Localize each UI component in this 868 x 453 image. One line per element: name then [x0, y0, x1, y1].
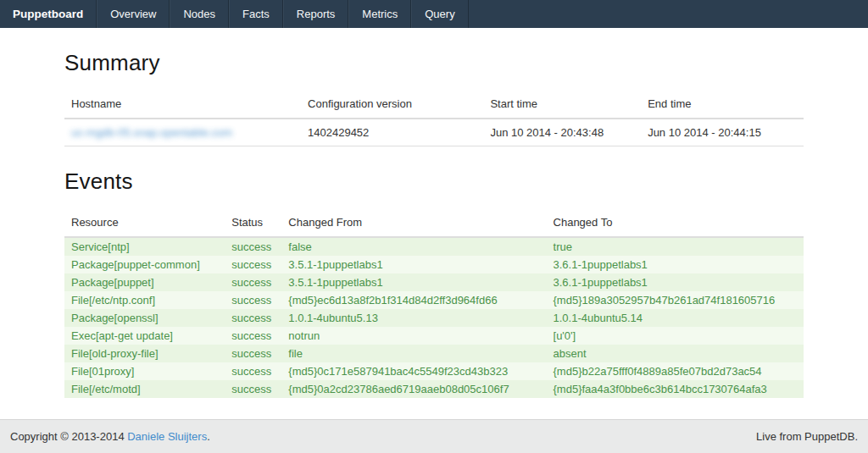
hostname-link[interactable]: uc-mgdb-05.snap.opentable.com — [71, 126, 232, 139]
event-from: {md5}0a2cd23786aed6719aaeb08d05c106f7 — [281, 380, 546, 398]
footer-copyright: Copyright © 2013-2014 Daniele Sluijters. — [10, 430, 210, 443]
event-resource: Service[ntp] — [64, 237, 225, 256]
event-to: 3.6.1-1puppetlabs1 — [547, 273, 804, 291]
nav-item-metrics[interactable]: Metrics — [348, 0, 411, 28]
event-from: 3.5.1-1puppetlabs1 — [281, 256, 546, 273]
events-table: Resource Status Changed From Changed To … — [64, 208, 804, 398]
summary-header-end-time: End time — [641, 90, 804, 119]
event-row: File[01proxy] success {md5}0c171e587941b… — [64, 362, 804, 380]
start-time-value: Jun 10 2014 - 20:43:48 — [483, 119, 641, 146]
nav-item-facts[interactable]: Facts — [229, 0, 283, 28]
event-to: {md5}189a3052957b47b261ad74f181605716 — [547, 291, 804, 309]
footer-status: Live from PuppetDB. — [756, 430, 858, 443]
nav-item-overview[interactable]: Overview — [97, 0, 170, 28]
event-resource: Package[puppet-common] — [64, 256, 225, 273]
event-to: {md5}b22a75fff0f4889a85fe07bd2d73ac54 — [547, 362, 804, 380]
event-from: false — [281, 237, 546, 256]
event-resource: Exec[apt-get update] — [64, 327, 225, 345]
event-resource: File[/etc/ntp.conf] — [64, 291, 225, 309]
event-row: Package[puppet-common] success 3.5.1-1pu… — [64, 256, 804, 273]
end-time-value: Jun 10 2014 - 20:44:15 — [641, 119, 804, 146]
copyright-suffix: . — [207, 430, 210, 443]
event-from: 3.5.1-1puppetlabs1 — [281, 273, 546, 291]
top-navbar: Puppetboard Overview Nodes Facts Reports… — [0, 0, 868, 28]
main-content: Summary Hostname Configuration version S… — [64, 28, 804, 398]
event-to: true — [547, 237, 804, 256]
summary-row: uc-mgdb-05.snap.opentable.com 1402429452… — [64, 119, 804, 146]
event-status: success — [225, 291, 281, 309]
event-status: success — [225, 327, 281, 345]
event-resource: File[old-proxy-file] — [64, 345, 225, 362]
event-from: 1.0.1-4ubuntu5.13 — [281, 309, 546, 327]
event-row: Package[openssl] success 1.0.1-4ubuntu5.… — [64, 309, 804, 327]
event-row: File[/etc/ntp.conf] success {md5}ec6d13a… — [64, 291, 804, 309]
config-version-value: 1402429452 — [301, 119, 483, 146]
nav-item-nodes[interactable]: Nodes — [170, 0, 229, 28]
event-row: Package[puppet] success 3.5.1-1puppetlab… — [64, 273, 804, 291]
event-from: {md5}0c171e587941bac4c5549f23cd43b323 — [281, 362, 546, 380]
event-row: Exec[apt-get update] success notrun [u'0… — [64, 327, 804, 345]
copyright-text: Copyright © 2013-2014 — [10, 430, 127, 443]
events-header-row: Resource Status Changed From Changed To — [64, 208, 804, 237]
event-resource: Package[openssl] — [64, 309, 225, 327]
summary-title: Summary — [64, 50, 804, 76]
event-from: notrun — [281, 327, 546, 345]
summary-header-start-time: Start time — [483, 90, 641, 119]
event-to: {md5}faa4a3f0bbe6c3b614bcc1730764afa3 — [547, 380, 804, 398]
event-status: success — [225, 362, 281, 380]
events-header-to: Changed To — [547, 208, 804, 237]
summary-header-hostname: Hostname — [64, 90, 301, 119]
event-resource: File[01proxy] — [64, 362, 225, 380]
author-link[interactable]: Daniele Sluijters — [127, 430, 207, 443]
nav-item-reports[interactable]: Reports — [283, 0, 349, 28]
event-to: absent — [547, 345, 804, 362]
events-header-resource: Resource — [64, 208, 225, 237]
events-title: Events — [64, 168, 804, 195]
event-row: File[old-proxy-file] success file absent — [64, 345, 804, 362]
summary-header-row: Hostname Configuration version Start tim… — [64, 90, 804, 119]
event-from: {md5}ec6d13a8f2b1f314d84d2ff3d964fd66 — [281, 291, 546, 309]
footer: Copyright © 2013-2014 Daniele Sluijters.… — [0, 419, 868, 453]
event-status: success — [225, 345, 281, 362]
event-status: success — [225, 237, 281, 256]
event-status: success — [225, 380, 281, 398]
event-row: File[/etc/motd] success {md5}0a2cd23786a… — [64, 380, 804, 398]
events-header-from: Changed From — [281, 208, 546, 237]
events-header-status: Status — [225, 208, 281, 237]
event-to: 3.6.1-1puppetlabs1 — [547, 256, 804, 273]
summary-header-config-version: Configuration version — [301, 90, 483, 119]
event-status: success — [225, 273, 281, 291]
summary-table: Hostname Configuration version Start tim… — [64, 90, 804, 146]
event-row: Service[ntp] success false true — [64, 237, 804, 256]
event-status: success — [225, 309, 281, 327]
event-resource: Package[puppet] — [64, 273, 225, 291]
brand-puppetboard[interactable]: Puppetboard — [0, 0, 97, 28]
event-status: success — [225, 256, 281, 273]
event-from: file — [281, 345, 546, 362]
event-to: [u'0'] — [547, 327, 804, 345]
event-resource: File[/etc/motd] — [64, 380, 225, 398]
nav-item-query[interactable]: Query — [411, 0, 468, 28]
event-to: 1.0.1-4ubuntu5.14 — [547, 309, 804, 327]
